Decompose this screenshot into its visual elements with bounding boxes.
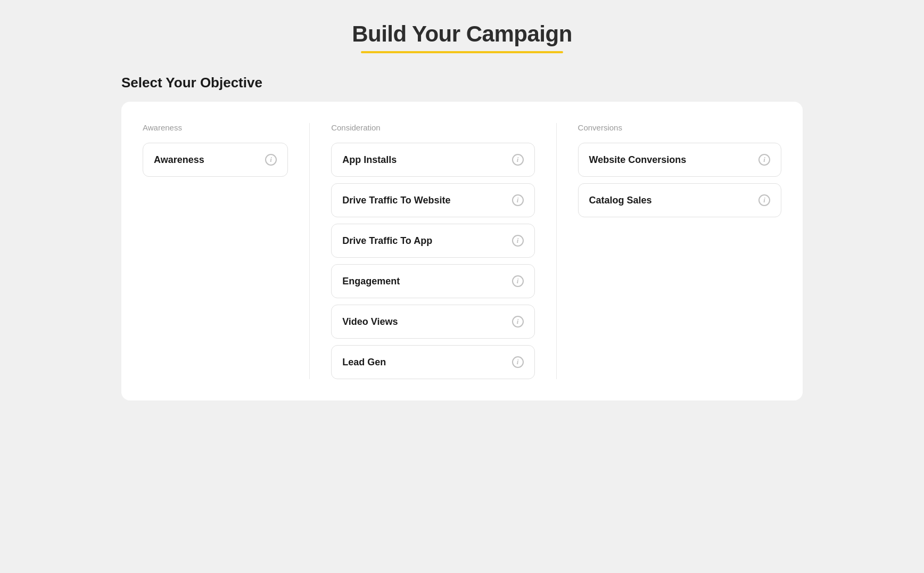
objective-label-app-installs: App Installs: [342, 154, 397, 166]
objective-item-awareness[interactable]: Awareness i: [143, 143, 288, 177]
info-icon-engagement[interactable]: i: [512, 275, 524, 287]
objective-label-engagement: Engagement: [342, 276, 400, 287]
objectives-card: Awareness Awareness i Consideration App …: [121, 102, 803, 400]
awareness-column: Awareness Awareness i: [143, 123, 288, 379]
title-underline: [361, 51, 563, 53]
objective-item-engagement[interactable]: Engagement i: [331, 264, 534, 298]
objective-label-lead-gen: Lead Gen: [342, 357, 386, 368]
info-icon-video-views[interactable]: i: [512, 316, 524, 328]
divider-1: [309, 123, 310, 379]
objective-label-video-views: Video Views: [342, 316, 398, 328]
info-icon-lead-gen[interactable]: i: [512, 356, 524, 368]
page-header: Build Your Campaign: [352, 21, 572, 53]
divider-2: [556, 123, 557, 379]
conversions-column: Conversions Website Conversions i Catalo…: [578, 123, 781, 379]
info-icon-catalog-sales[interactable]: i: [758, 194, 770, 206]
objective-label-drive-traffic-app: Drive Traffic To App: [342, 235, 432, 247]
objective-item-video-views[interactable]: Video Views i: [331, 305, 534, 339]
objective-label-website-conversions: Website Conversions: [589, 154, 687, 166]
section-label: Select Your Objective: [121, 75, 803, 91]
conversions-column-header: Conversions: [578, 123, 781, 132]
objective-item-app-installs[interactable]: App Installs i: [331, 143, 534, 177]
objective-label-catalog-sales: Catalog Sales: [589, 195, 652, 206]
objective-label-drive-traffic-website: Drive Traffic To Website: [342, 195, 450, 206]
objective-item-website-conversions[interactable]: Website Conversions i: [578, 143, 781, 177]
objective-item-catalog-sales[interactable]: Catalog Sales i: [578, 183, 781, 217]
consideration-column: Consideration App Installs i Drive Traff…: [331, 123, 534, 379]
info-icon-drive-traffic-app[interactable]: i: [512, 235, 524, 247]
awareness-column-header: Awareness: [143, 123, 288, 132]
objective-label-awareness: Awareness: [154, 154, 204, 166]
info-icon-website-conversions[interactable]: i: [758, 154, 770, 166]
info-icon-awareness[interactable]: i: [265, 154, 277, 166]
objective-item-drive-traffic-app[interactable]: Drive Traffic To App i: [331, 224, 534, 258]
consideration-column-header: Consideration: [331, 123, 534, 132]
objective-item-lead-gen[interactable]: Lead Gen i: [331, 345, 534, 379]
info-icon-app-installs[interactable]: i: [512, 154, 524, 166]
info-icon-drive-traffic-website[interactable]: i: [512, 194, 524, 206]
objective-item-drive-traffic-website[interactable]: Drive Traffic To Website i: [331, 183, 534, 217]
page-title: Build Your Campaign: [352, 21, 572, 47]
